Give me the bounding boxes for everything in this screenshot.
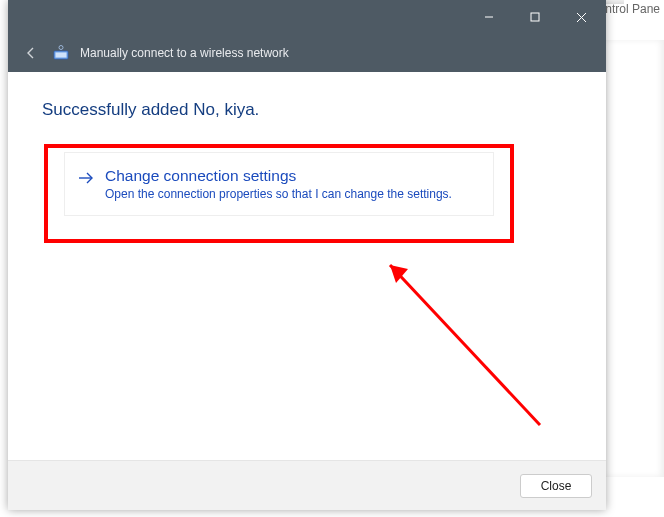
background-window-text: ntrol Pane [605, 2, 660, 16]
maximize-button[interactable] [512, 2, 558, 32]
option-arrow-icon [77, 169, 95, 187]
close-window-button[interactable] [558, 2, 604, 32]
option-title: Change connection settings [105, 167, 452, 185]
minimize-button[interactable] [466, 2, 512, 32]
maximize-icon [530, 12, 540, 22]
close-button[interactable]: Close [520, 474, 592, 498]
wizard-header: Manually connect to a wireless network [8, 34, 606, 72]
svg-point-6 [59, 46, 63, 50]
wizard-icon [52, 44, 70, 62]
back-button[interactable] [20, 42, 42, 64]
wizard-footer: Close [8, 460, 606, 510]
close-icon [576, 12, 587, 23]
option-text: Change connection settings Open the conn… [105, 167, 452, 201]
svg-rect-5 [56, 53, 67, 58]
minimize-icon [484, 12, 494, 22]
back-arrow-icon [23, 45, 39, 61]
change-connection-settings-option[interactable]: Change connection settings Open the conn… [64, 152, 494, 216]
background-window-edge [606, 40, 664, 477]
wizard-window: Manually connect to a wireless network S… [8, 0, 606, 510]
svg-rect-1 [531, 13, 539, 21]
titlebar [8, 0, 606, 34]
option-description: Open the connection properties so that I… [105, 187, 452, 201]
page-heading: Successfully added No, kiya. [42, 100, 572, 120]
wizard-title: Manually connect to a wireless network [80, 46, 289, 60]
wizard-body: Successfully added No, kiya. Change conn… [8, 72, 606, 460]
